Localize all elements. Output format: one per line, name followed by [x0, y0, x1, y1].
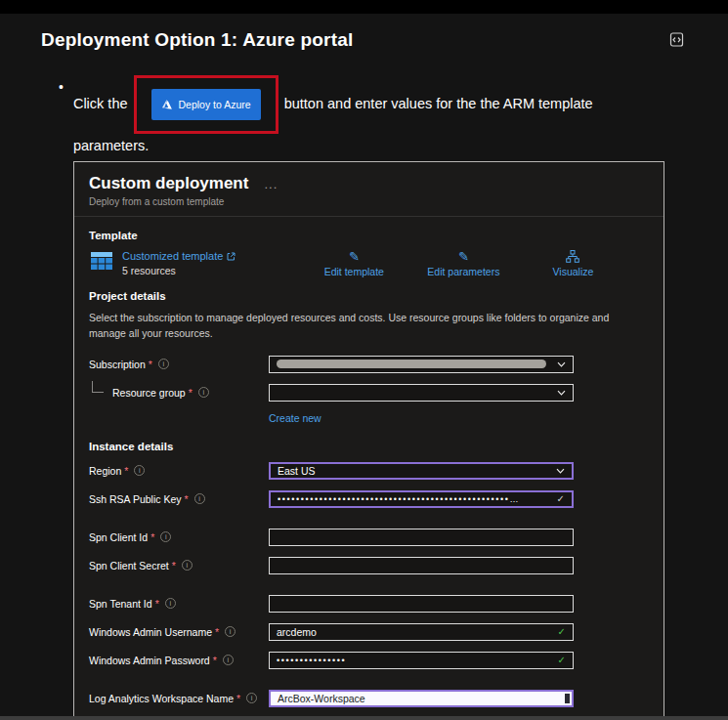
edit-template-button[interactable]: ✎ Edit template: [323, 250, 384, 277]
edit-template-label: Edit template: [324, 266, 384, 277]
redacted-subscription-value: [277, 360, 546, 368]
instruction-bullet: • Click theDeploy to Azurebutton and ent…: [59, 75, 669, 157]
required-asterisk: *: [155, 598, 159, 610]
region-dropdown[interactable]: East US: [269, 462, 574, 480]
field-label: Log Analytics Workspace Name*i: [89, 693, 269, 704]
customized-template-label: Customized template: [122, 250, 223, 262]
template-grid-icon: [91, 252, 112, 275]
template-resource-count: 5 resources: [122, 265, 236, 276]
info-icon: i: [182, 560, 193, 571]
text-cursor: [565, 694, 570, 703]
field-row-ssh-key: Ssh RSA Public Key*i •••••••••••••••••••…: [89, 490, 649, 508]
label-text: Spn Client Id: [89, 531, 148, 543]
external-link-icon: [227, 252, 236, 261]
template-row: Customized template 5 resources ✎ Edit t…: [89, 250, 649, 277]
required-asterisk: *: [215, 626, 219, 638]
info-icon: i: [165, 598, 176, 609]
instruction-before: Click the: [73, 96, 128, 111]
form-fields: Subscription*i Resource group*i Create n…: [89, 356, 649, 720]
info-icon: i: [160, 531, 171, 542]
template-actions: ✎ Edit template ✎ Edit parameters Visual…: [323, 250, 603, 277]
project-details-heading: Project details: [89, 290, 649, 302]
spn-client-id-input[interactable]: [269, 529, 574, 546]
chevron-down-icon: [556, 468, 565, 474]
label-text: Windows Admin Password: [89, 655, 210, 666]
field-label: Windows Admin Username*i: [89, 626, 269, 638]
field-label: Windows Admin Password*i: [89, 655, 269, 666]
create-new-row: Create new: [269, 408, 649, 426]
workspace-name-value: ArcBox-Workspace: [278, 693, 365, 704]
field-label: Subscription*i: [89, 359, 269, 370]
form-title: Custom deployment: [89, 174, 248, 193]
required-asterisk: *: [213, 655, 217, 666]
form-subtitle: Deploy from a custom template: [89, 196, 649, 207]
visualize-label: Visualize: [553, 266, 594, 277]
label-text: Spn Tenant Id: [89, 598, 152, 610]
region-value: East US: [278, 465, 316, 477]
field-label: Region*i: [89, 465, 269, 477]
spn-tenant-id-input[interactable]: [269, 595, 574, 613]
pencil-icon: ✎: [458, 250, 469, 263]
deploy-button-label: Deploy to Azure: [179, 93, 251, 116]
windows-admin-password-input[interactable]: ••••••••••••••• ✓: [269, 652, 574, 669]
resource-group-dropdown[interactable]: [269, 384, 574, 402]
visualize-button[interactable]: Visualize: [542, 250, 603, 277]
copy-code-icon[interactable]: [668, 31, 685, 52]
label-text: Ssh RSA Public Key: [89, 493, 182, 505]
customized-template-link[interactable]: Customized template: [122, 250, 236, 262]
field-row-windows-admin-username: Windows Admin Username*i arcdemo ✓: [89, 623, 649, 641]
info-icon: i: [223, 655, 234, 665]
label-text: Log Analytics Workspace Name: [89, 693, 234, 704]
field-row-log-analytics-workspace: Log Analytics Workspace Name*i ArcBox-Wo…: [89, 690, 649, 707]
visualize-icon: [566, 250, 579, 263]
deploy-to-azure-button[interactable]: Deploy to Azure: [151, 89, 261, 120]
label-text: Subscription: [89, 359, 146, 370]
field-row-spn-client-id: Spn Client Id*i: [89, 529, 649, 546]
masked-ssh-value: ••••••••••••••••••••••••••••••••••••••••…: [278, 494, 534, 504]
required-asterisk: *: [189, 387, 193, 399]
field-label: Spn Client Secret*i: [89, 560, 269, 572]
chevron-down-icon: [557, 390, 566, 396]
azure-logo-icon: [161, 99, 173, 110]
highlight-box: Deploy to Azure: [134, 75, 278, 134]
template-section-heading: Template: [89, 230, 649, 241]
log-analytics-workspace-input[interactable]: ArcBox-Workspace: [269, 690, 574, 707]
field-row-subscription: Subscription*i: [89, 356, 649, 373]
chevron-down-icon: [557, 361, 566, 367]
username-value: arcdemo: [277, 626, 317, 638]
edit-parameters-button[interactable]: ✎ Edit parameters: [427, 250, 499, 277]
field-row-resource-group: Resource group*i: [89, 384, 649, 402]
create-new-link[interactable]: Create new: [269, 412, 321, 424]
masked-password-value: •••••••••••••••: [277, 656, 360, 665]
label-text: Windows Admin Username: [89, 626, 212, 638]
form-title-row: Custom deployment ...: [89, 174, 649, 193]
custom-deployment-form: Custom deployment ... Deploy from a cust…: [73, 161, 664, 720]
edit-parameters-label: Edit parameters: [427, 266, 499, 277]
required-asterisk: *: [172, 560, 176, 572]
header-divider: [74, 216, 664, 217]
ssh-key-input[interactable]: ••••••••••••••••••••••••••••••••••••••••…: [269, 490, 574, 508]
template-info: Customized template 5 resources: [122, 250, 236, 276]
bottom-scroll-strip: [0, 716, 728, 720]
windows-admin-username-input[interactable]: arcdemo ✓: [269, 623, 574, 641]
field-row-spn-client-secret: Spn Client Secret*i: [89, 557, 649, 574]
info-icon: i: [134, 465, 145, 476]
label-text: Resource group: [112, 387, 186, 399]
info-icon: i: [225, 626, 236, 637]
more-ellipsis: ...: [264, 177, 278, 191]
field-row-spn-tenant-id: Spn Tenant Id*i: [89, 595, 649, 613]
info-icon: i: [246, 693, 257, 703]
instance-details-heading: Instance details: [89, 441, 649, 452]
required-asterisk: *: [236, 693, 240, 704]
subscription-dropdown[interactable]: [269, 356, 574, 373]
info-icon: i: [198, 387, 209, 398]
bullet-marker: •: [59, 75, 64, 157]
info-icon: i: [194, 493, 205, 504]
valid-check-icon: ✓: [558, 626, 566, 637]
required-asterisk: *: [185, 493, 189, 505]
required-asterisk: *: [149, 359, 152, 370]
field-row-region: Region*i East US: [89, 462, 649, 480]
valid-check-icon: ✓: [558, 655, 566, 665]
spn-client-secret-input[interactable]: [269, 557, 574, 574]
doc-header: Deployment Option 1: Azure portal: [0, 14, 728, 52]
